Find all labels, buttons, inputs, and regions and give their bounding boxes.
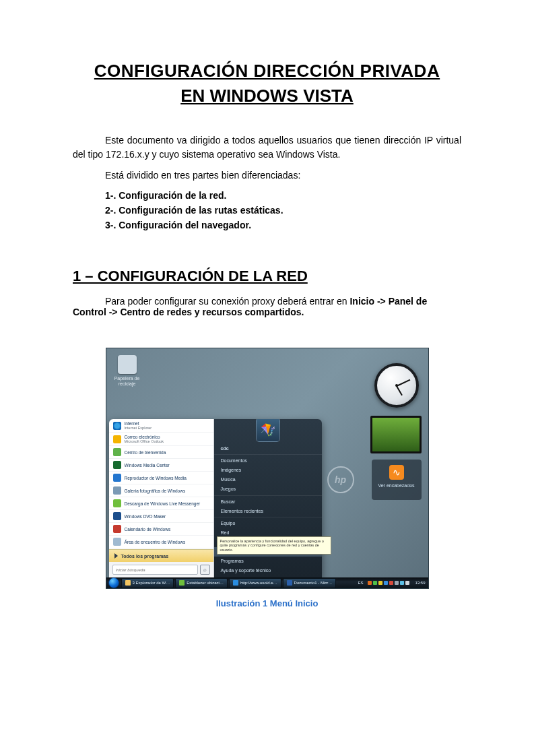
taskbar-btn-label: http://www.esold.e… [240, 581, 277, 585]
all-programs-label: Todos los programas [121, 554, 169, 559]
pinned-label: Área de encuentro de Windows [125, 540, 186, 544]
document-page: CONFIGURACIÓN DIRECCIÓN PRIVADA EN WINDO… [0, 0, 534, 756]
start-user-name[interactable]: cdc [214, 443, 322, 453]
tray-icon[interactable] [405, 581, 409, 585]
system-tray[interactable] [365, 581, 412, 585]
pinned-label: Reproductor de Windows Media [125, 476, 187, 480]
wmp-icon [113, 474, 121, 482]
rss-icon: ∿ [389, 465, 404, 480]
pinned-meeting[interactable]: Área de encuentro de Windows [109, 536, 213, 548]
pinned-gallery[interactable]: Galería fotográfica de Windows [109, 484, 213, 497]
network-icon [179, 580, 185, 586]
rss-gadget-label: Ver encabezados [378, 483, 414, 488]
dvd-icon [113, 512, 121, 520]
recycle-bin-label: Papelera de reciclaje [114, 376, 140, 386]
recycle-bin-glyph [118, 355, 137, 374]
start-menu-left-pane: InternetInternet Explorer Correo electró… [109, 419, 214, 577]
toc-item-1: 1-. Configuración de la red. [105, 190, 461, 201]
doc-title-line1: CONFIGURACIÓN DIRECCIÓN PRIVADA [73, 61, 461, 82]
pinned-welcome[interactable]: Centro de bienvenida [109, 446, 213, 459]
word-icon [287, 580, 292, 586]
start-right-games[interactable]: Juegos [214, 484, 322, 494]
tray-icon[interactable] [384, 581, 388, 585]
doc-title-line2: EN WINDOWS VISTA [73, 86, 461, 106]
calendar-icon [113, 525, 121, 533]
pinned-label: Centro de bienvenida [125, 450, 166, 455]
start-right-images[interactable]: Imágenes [214, 466, 322, 475]
taskbar-btn-label: Establecer ubicaci… [187, 581, 224, 585]
taskbar: 3 Explorador de W… Establecer ubicaci… h… [106, 577, 428, 588]
recycle-bin-icon[interactable]: Papelera de reciclaje [113, 355, 141, 386]
wlm-icon [113, 499, 121, 507]
tray-icon[interactable] [400, 581, 404, 585]
control-panel-tooltip: Personalice la apariencia y funcionalida… [217, 536, 331, 555]
start-search-input[interactable] [112, 565, 198, 575]
pinned-label: Descarga de Windows Live Messenger [125, 501, 201, 506]
start-search-row: ⌕ [109, 562, 213, 577]
search-icon[interactable]: ⌕ [200, 565, 210, 575]
toc-item-2: 2-. Configuración de las rutas estáticas… [105, 205, 461, 216]
mail-icon [113, 435, 121, 443]
welcome-icon [113, 448, 121, 456]
taskbar-button-explorer[interactable]: 3 Explorador de W… [121, 578, 174, 588]
meeting-icon [113, 538, 121, 546]
pinned-mail[interactable]: Correo electrónicoMicrosoft Office Outlo… [109, 433, 213, 446]
clock-gadget[interactable] [374, 363, 419, 408]
start-right-search[interactable]: Buscar [214, 495, 322, 507]
start-right-music[interactable]: Música [214, 475, 322, 484]
ie-icon [233, 580, 238, 586]
tray-icon[interactable] [395, 581, 399, 585]
taskbar-button-network[interactable]: Establecer ubicaci… [175, 578, 228, 588]
hp-logo: hp [327, 466, 354, 493]
all-programs-button[interactable]: Todos los programas [109, 549, 213, 562]
taskbar-btn-label: Documento1 - Micr… [294, 581, 333, 585]
pinned-sublabel: Microsoft Office Outlook [125, 439, 164, 443]
pinned-label: Calendario de Windows [125, 527, 171, 532]
photo-gadget[interactable] [370, 416, 422, 453]
tray-icon[interactable] [389, 581, 393, 585]
taskbar-clock[interactable]: 13:59 [412, 581, 428, 585]
pinned-wmp[interactable]: Reproductor de Windows Media [109, 472, 213, 484]
pinned-calendar[interactable]: Calendario de Windows [109, 523, 213, 536]
section-1-body: Para poder configurar su conexión proxy … [73, 296, 461, 317]
figure-screenshot: Papelera de reciclaje ∿ Ver encabezados … [106, 348, 429, 589]
section-1-body-pre: Para poder configurar su conexión proxy … [105, 296, 349, 307]
figure-caption: Ilustración 1 Menú Inicio [73, 598, 461, 608]
pinned-internet[interactable]: InternetInternet Explorer [109, 419, 213, 433]
section-1-heading: 1 – CONFIGURACIÓN DE LA RED [73, 267, 461, 285]
pinned-wmc[interactable]: Windows Media Center [109, 459, 213, 472]
tray-icon[interactable] [373, 581, 377, 585]
intro-paragraph: Este documento va dirigido a todos aquel… [73, 133, 461, 162]
taskbar-btn-label: 3 Explorador de W… [133, 581, 170, 585]
pinned-list: InternetInternet Explorer Correo electró… [109, 419, 213, 549]
start-right-recent[interactable]: Elementos recientes [214, 506, 322, 515]
start-right-programs[interactable]: Programas [214, 557, 322, 566]
taskbar-button-word[interactable]: Documento1 - Micr… [283, 578, 337, 588]
pinned-wlm[interactable]: Descarga de Windows Live Messenger [109, 497, 213, 510]
rss-gadget[interactable]: ∿ Ver encabezados [372, 460, 422, 500]
divided-paragraph: Está dividido en tres partes bien difere… [73, 170, 461, 181]
tray-icon[interactable] [368, 581, 372, 585]
pinned-label: Correo electrónico [125, 435, 164, 439]
pinned-sublabel: Internet Explorer [125, 426, 152, 430]
tray-icon[interactable] [378, 581, 382, 585]
start-right-documents[interactable]: Documentos [214, 454, 322, 466]
ie-icon [113, 422, 121, 430]
gallery-icon [113, 486, 121, 495]
chevron-right-icon [114, 553, 118, 559]
pinned-label: Windows Media Center [125, 463, 170, 468]
pinned-dvd[interactable]: Windows DVD Maker [109, 510, 213, 523]
start-right-help[interactable]: Ayuda y soporte técnico [214, 566, 322, 575]
wmc-icon [113, 461, 121, 469]
pinned-label: Windows DVD Maker [125, 514, 166, 519]
toc-item-3: 3-. Configuración del navegador. [105, 220, 461, 230]
taskbar-button-ie[interactable]: http://www.esold.e… [229, 578, 281, 588]
start-orb[interactable] [108, 577, 119, 588]
pinned-label: Internet [125, 421, 152, 426]
taskbar-language[interactable]: ES [356, 581, 365, 585]
user-avatar[interactable]: 🪁 [256, 419, 280, 442]
start-right-computer[interactable]: Equipo [214, 517, 322, 528]
pinned-label: Galería fotográfica de Windows [125, 489, 186, 493]
folder-icon [125, 580, 131, 586]
